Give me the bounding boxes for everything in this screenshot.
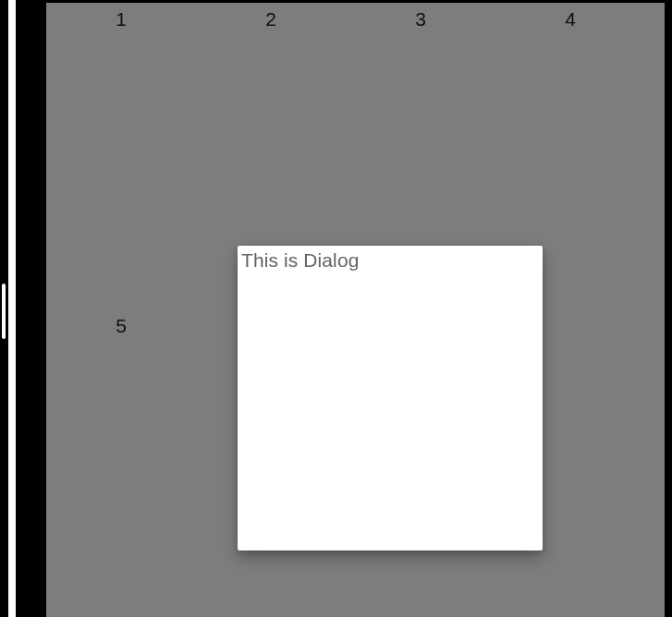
dialog-title: This is Dialog (238, 246, 543, 275)
device-side-button (2, 284, 6, 339)
device-bezel: 1 2 3 4 5 (16, 0, 665, 617)
dialog: This is Dialog (238, 246, 543, 550)
screen: 1 2 3 4 5 (46, 3, 665, 617)
device-frame-gap (8, 0, 16, 617)
device-outer-frame: 1 2 3 4 5 (0, 0, 672, 617)
